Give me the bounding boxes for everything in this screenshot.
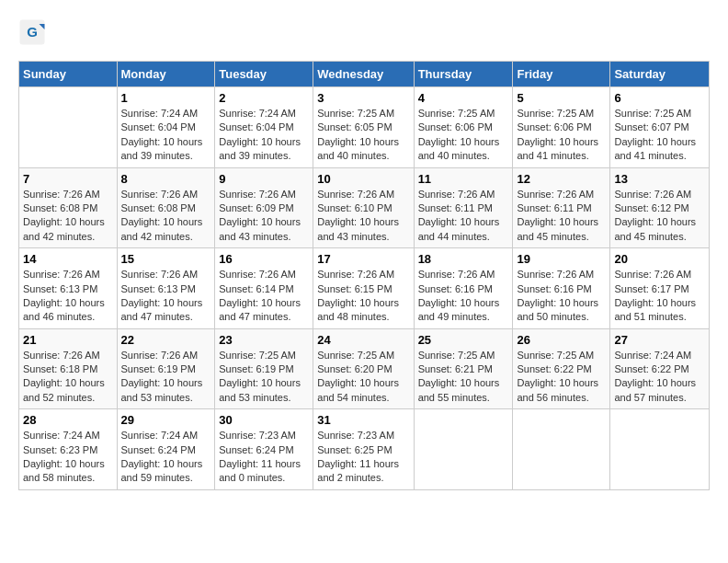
day-number: 30	[219, 413, 309, 427]
calendar-body: 1Sunrise: 7:24 AM Sunset: 6:04 PM Daylig…	[19, 87, 710, 490]
day-number: 29	[121, 413, 211, 427]
day-info: Sunrise: 7:24 AM Sunset: 6:22 PM Dayligh…	[614, 349, 705, 406]
day-info: Sunrise: 7:26 AM Sunset: 6:16 PM Dayligh…	[517, 268, 606, 325]
logo: G	[18, 18, 50, 46]
calendar-cell: 9Sunrise: 7:26 AM Sunset: 6:09 PM Daylig…	[215, 167, 313, 248]
day-number: 6	[614, 91, 705, 105]
calendar-cell	[19, 87, 118, 168]
day-info: Sunrise: 7:26 AM Sunset: 6:13 PM Dayligh…	[121, 268, 211, 325]
day-number: 26	[517, 333, 606, 347]
calendar-cell: 26Sunrise: 7:25 AM Sunset: 6:22 PM Dayli…	[513, 328, 610, 409]
header-friday: Friday	[513, 62, 610, 87]
header-sunday: Sunday	[19, 62, 118, 87]
day-info: Sunrise: 7:24 AM Sunset: 6:04 PM Dayligh…	[121, 107, 211, 164]
calendar-cell: 1Sunrise: 7:24 AM Sunset: 6:04 PM Daylig…	[117, 87, 215, 168]
day-number: 19	[517, 252, 606, 266]
svg-text:G: G	[27, 24, 38, 40]
header-wednesday: Wednesday	[313, 62, 414, 87]
calendar-cell: 24Sunrise: 7:25 AM Sunset: 6:20 PM Dayli…	[313, 328, 414, 409]
calendar-cell: 11Sunrise: 7:26 AM Sunset: 6:11 PM Dayli…	[414, 167, 513, 248]
day-info: Sunrise: 7:26 AM Sunset: 6:13 PM Dayligh…	[23, 268, 113, 325]
day-info: Sunrise: 7:26 AM Sunset: 6:12 PM Dayligh…	[614, 188, 705, 245]
calendar-cell: 18Sunrise: 7:26 AM Sunset: 6:16 PM Dayli…	[414, 248, 513, 329]
day-info: Sunrise: 7:25 AM Sunset: 6:05 PM Dayligh…	[317, 107, 409, 164]
day-number: 1	[121, 91, 211, 105]
day-info: Sunrise: 7:26 AM Sunset: 6:14 PM Dayligh…	[219, 268, 309, 325]
calendar-cell: 7Sunrise: 7:26 AM Sunset: 6:08 PM Daylig…	[19, 167, 118, 248]
calendar-cell: 16Sunrise: 7:26 AM Sunset: 6:14 PM Dayli…	[215, 248, 313, 329]
calendar-cell: 28Sunrise: 7:24 AM Sunset: 6:23 PM Dayli…	[19, 409, 118, 490]
day-number: 13	[614, 172, 705, 186]
day-info: Sunrise: 7:26 AM Sunset: 6:11 PM Dayligh…	[418, 188, 509, 245]
calendar-cell: 12Sunrise: 7:26 AM Sunset: 6:11 PM Dayli…	[513, 167, 610, 248]
calendar-cell	[414, 409, 513, 490]
calendar-cell: 4Sunrise: 7:25 AM Sunset: 6:06 PM Daylig…	[414, 87, 513, 168]
day-info: Sunrise: 7:26 AM Sunset: 6:15 PM Dayligh…	[317, 268, 409, 325]
day-info: Sunrise: 7:24 AM Sunset: 6:04 PM Dayligh…	[219, 107, 309, 164]
logo-icon: G	[18, 18, 46, 46]
calendar-cell: 17Sunrise: 7:26 AM Sunset: 6:15 PM Dayli…	[313, 248, 414, 329]
calendar-cell: 6Sunrise: 7:25 AM Sunset: 6:07 PM Daylig…	[610, 87, 710, 168]
day-number: 4	[418, 91, 509, 105]
header-thursday: Thursday	[414, 62, 513, 87]
calendar-cell: 27Sunrise: 7:24 AM Sunset: 6:22 PM Dayli…	[610, 328, 710, 409]
calendar-cell: 25Sunrise: 7:25 AM Sunset: 6:21 PM Dayli…	[414, 328, 513, 409]
day-info: Sunrise: 7:25 AM Sunset: 6:06 PM Dayligh…	[517, 107, 606, 164]
calendar-cell: 22Sunrise: 7:26 AM Sunset: 6:19 PM Dayli…	[117, 328, 215, 409]
day-number: 11	[418, 172, 509, 186]
day-info: Sunrise: 7:23 AM Sunset: 6:24 PM Dayligh…	[219, 429, 309, 486]
day-number: 27	[614, 333, 705, 347]
day-number: 20	[614, 252, 705, 266]
day-number: 12	[517, 172, 606, 186]
day-number: 21	[23, 333, 113, 347]
header-row: SundayMondayTuesdayWednesdayThursdayFrid…	[19, 62, 710, 87]
day-number: 15	[121, 252, 211, 266]
week-row-2: 7Sunrise: 7:26 AM Sunset: 6:08 PM Daylig…	[19, 167, 710, 248]
day-number: 28	[23, 413, 113, 427]
calendar-cell: 8Sunrise: 7:26 AM Sunset: 6:08 PM Daylig…	[117, 167, 215, 248]
day-number: 8	[121, 172, 211, 186]
week-row-3: 14Sunrise: 7:26 AM Sunset: 6:13 PM Dayli…	[19, 248, 710, 329]
header-tuesday: Tuesday	[215, 62, 313, 87]
day-info: Sunrise: 7:24 AM Sunset: 6:24 PM Dayligh…	[121, 429, 211, 486]
calendar-cell: 13Sunrise: 7:26 AM Sunset: 6:12 PM Dayli…	[610, 167, 710, 248]
calendar-cell	[513, 409, 610, 490]
day-number: 14	[23, 252, 113, 266]
day-info: Sunrise: 7:25 AM Sunset: 6:19 PM Dayligh…	[219, 349, 309, 406]
day-info: Sunrise: 7:25 AM Sunset: 6:07 PM Dayligh…	[614, 107, 705, 164]
day-info: Sunrise: 7:25 AM Sunset: 6:21 PM Dayligh…	[418, 349, 509, 406]
day-info: Sunrise: 7:25 AM Sunset: 6:22 PM Dayligh…	[517, 349, 606, 406]
calendar-header: SundayMondayTuesdayWednesdayThursdayFrid…	[19, 62, 710, 87]
day-number: 25	[418, 333, 509, 347]
day-number: 10	[317, 172, 409, 186]
day-number: 16	[219, 252, 309, 266]
day-number: 7	[23, 172, 113, 186]
day-number: 22	[121, 333, 211, 347]
week-row-1: 1Sunrise: 7:24 AM Sunset: 6:04 PM Daylig…	[19, 87, 710, 168]
day-number: 31	[317, 413, 409, 427]
header-monday: Monday	[117, 62, 215, 87]
calendar-cell: 10Sunrise: 7:26 AM Sunset: 6:10 PM Dayli…	[313, 167, 414, 248]
day-number: 24	[317, 333, 409, 347]
day-info: Sunrise: 7:26 AM Sunset: 6:11 PM Dayligh…	[517, 188, 606, 245]
day-number: 3	[317, 91, 409, 105]
calendar-cell: 31Sunrise: 7:23 AM Sunset: 6:25 PM Dayli…	[313, 409, 414, 490]
day-info: Sunrise: 7:26 AM Sunset: 6:18 PM Dayligh…	[23, 349, 113, 406]
day-number: 23	[219, 333, 309, 347]
calendar-cell: 14Sunrise: 7:26 AM Sunset: 6:13 PM Dayli…	[19, 248, 118, 329]
calendar-cell: 15Sunrise: 7:26 AM Sunset: 6:13 PM Dayli…	[117, 248, 215, 329]
calendar-cell: 23Sunrise: 7:25 AM Sunset: 6:19 PM Dayli…	[215, 328, 313, 409]
week-row-4: 21Sunrise: 7:26 AM Sunset: 6:18 PM Dayli…	[19, 328, 710, 409]
day-number: 9	[219, 172, 309, 186]
day-info: Sunrise: 7:26 AM Sunset: 6:16 PM Dayligh…	[418, 268, 509, 325]
day-info: Sunrise: 7:26 AM Sunset: 6:17 PM Dayligh…	[614, 268, 705, 325]
week-row-5: 28Sunrise: 7:24 AM Sunset: 6:23 PM Dayli…	[19, 409, 710, 490]
calendar-cell: 30Sunrise: 7:23 AM Sunset: 6:24 PM Dayli…	[215, 409, 313, 490]
day-number: 5	[517, 91, 606, 105]
calendar-cell: 20Sunrise: 7:26 AM Sunset: 6:17 PM Dayli…	[610, 248, 710, 329]
header-saturday: Saturday	[610, 62, 710, 87]
calendar-cell: 3Sunrise: 7:25 AM Sunset: 6:05 PM Daylig…	[313, 87, 414, 168]
page-header: G	[18, 18, 710, 46]
day-number: 18	[418, 252, 509, 266]
calendar-table: SundayMondayTuesdayWednesdayThursdayFrid…	[18, 61, 710, 490]
